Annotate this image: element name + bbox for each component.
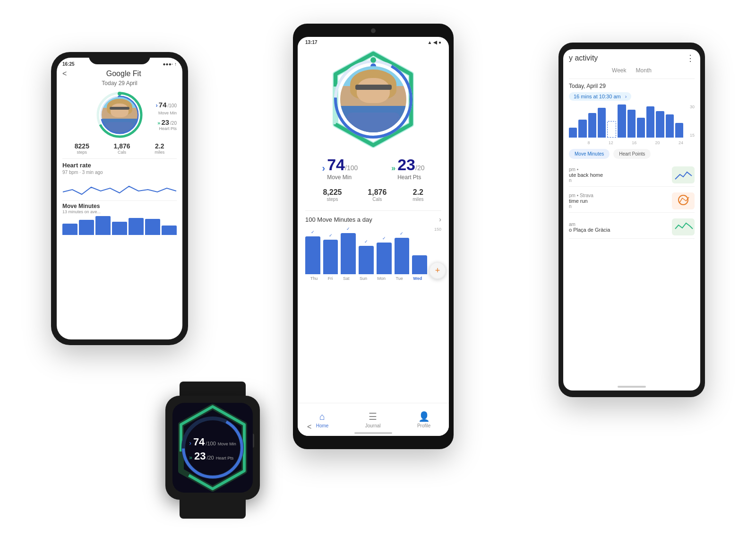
left-avatar-image — [102, 97, 137, 133]
right-x-8: 8 — [587, 140, 590, 145]
center-fab-plus: + — [435, 266, 440, 276]
right-header: y activity ⋮ — [569, 53, 695, 63]
center-move-arrow: › — [322, 163, 326, 174]
center-time: 13:17 — [305, 40, 318, 45]
left-move-goal: /100 — [168, 103, 177, 108]
left-steps-label: steps — [75, 150, 89, 155]
watch-heart-denom: /20 — [206, 455, 214, 460]
left-ring-container — [96, 91, 143, 139]
left-heart-rate-section: Heart rate 97 bpm · 3 min ago — [62, 158, 177, 200]
right-time-badge-text: 16 mins at 10:30 am — [574, 94, 621, 99]
left-steps-value: 8225 — [75, 142, 89, 150]
center-back-button[interactable]: < — [307, 423, 311, 431]
center-nav-home[interactable]: ⌂ Home — [316, 411, 329, 428]
watch-stat-heart: » 23 /20 Heart Pts — [189, 450, 236, 462]
left-miles-value: 2.2 — [155, 142, 164, 150]
center-heart-label: Heart Pts — [397, 174, 424, 181]
center-nav-journal-label: Journal — [365, 423, 381, 428]
center-bar-fri — [323, 240, 338, 274]
right-filter-move[interactable]: Move Minutes — [569, 149, 610, 159]
center-nav-profile[interactable]: 👤 Profile — [417, 411, 430, 428]
left-avatar-section: › 74 /100 Move Min » 23 /20 Heart Pts — [62, 91, 177, 139]
center-label-wed: Wed — [413, 276, 422, 281]
left-stats-row: 8225 steps 1,876 Cals 2.2 miles — [62, 142, 177, 155]
right-filter-heart[interactable]: Heart Points — [613, 149, 651, 159]
right-map-1-svg — [673, 167, 694, 182]
center-label-fri: Fri — [328, 276, 333, 281]
back-arrow-icon[interactable]: < — [62, 69, 67, 78]
right-activity-3: am o Plaça de Gràcia — [569, 216, 695, 239]
left-heart-arrow: » — [157, 120, 160, 126]
left-heart-rate-detail: 97 bpm · 3 min ago — [62, 170, 177, 175]
center-heart-goal: /20 — [415, 164, 424, 172]
left-bar-4 — [112, 222, 127, 235]
right-act-2-map — [672, 192, 695, 209]
center-bar-sun — [359, 246, 374, 274]
center-nav-home-label: Home — [316, 423, 329, 428]
left-date: Today 29 April — [62, 80, 177, 87]
center-chart-arrow: › — [439, 216, 441, 223]
watch-strap-bottom — [180, 500, 246, 519]
center-label-tue: Tue — [396, 276, 403, 281]
right-bar-4 — [598, 108, 606, 138]
left-cals-value: 1,876 — [114, 142, 130, 150]
center-avatar-section — [324, 50, 423, 149]
left-miles-label: miles — [155, 150, 164, 155]
right-bar-chart — [569, 104, 695, 138]
right-bar-8 — [637, 118, 645, 138]
right-title: y activity — [569, 54, 598, 62]
right-bar-6 — [618, 104, 626, 138]
center-phone-content: 13:17 ▲ ◀ ● — [298, 37, 449, 436]
left-heart-val: 23 — [161, 118, 169, 126]
center-nav-journal[interactable]: ☰ Journal — [365, 411, 381, 428]
left-ring-stats: › 74 /100 Move Min » 23 /20 Heart Pts — [156, 101, 177, 131]
left-move-val: 74 — [159, 101, 167, 109]
right-more-icon[interactable]: ⋮ — [686, 53, 695, 63]
right-bar-12 — [675, 123, 683, 138]
center-label-thu: Thu — [310, 276, 318, 281]
left-move-arrow: › — [156, 102, 158, 109]
center-move-goal: /100 — [345, 164, 358, 172]
left-move-minutes-title: Move Minutes — [62, 203, 177, 209]
center-miles-value: 2.2 — [412, 188, 423, 197]
left-bar-7 — [162, 226, 177, 235]
center-steps-value: 8,225 — [323, 188, 342, 197]
center-miles-label: miles — [412, 197, 423, 202]
right-tab-month[interactable]: Month — [636, 67, 652, 76]
left-bar-3 — [95, 216, 111, 235]
right-act-1-time: pm • — [569, 167, 668, 172]
left-header: < Google Fit — [62, 69, 177, 78]
left-cals-label: Cals — [114, 150, 130, 155]
center-heart-stat: » 23 /20 Heart Pts — [391, 156, 424, 181]
right-bar-2 — [578, 120, 586, 138]
center-chart-section: 100 Move Minutes a day › — [305, 210, 441, 223]
watch-case: › 74 /100 Move Min » 23 /20 Heart Pts — [165, 396, 260, 500]
left-stat-cals: 1,876 Cals — [114, 142, 130, 155]
right-y-axis: 30 15 — [690, 104, 695, 138]
left-stat-miles: 2.2 miles — [155, 142, 164, 155]
right-activity-3-info: am o Plaça de Gràcia — [569, 222, 668, 233]
right-bar-1 — [569, 128, 577, 138]
right-bar-10 — [656, 111, 664, 138]
left-time: 16:25 — [62, 61, 75, 67]
left-bar-6 — [145, 219, 160, 235]
right-activity-2-info: pm • Strava time run n — [569, 193, 668, 209]
left-move-minutes-detail: 13 minutes on ave... — [62, 209, 177, 214]
center-steps-label: steps — [323, 197, 342, 202]
right-activity-1: pm • ute back home n — [569, 164, 695, 187]
right-date: Today, April 29 — [569, 83, 695, 89]
left-bar-chart — [62, 216, 177, 235]
watch-move-val: 74 — [193, 436, 205, 448]
right-badge-arrow: › — [625, 94, 627, 99]
watch-heart-arrow: » — [189, 454, 192, 461]
right-bar-9 — [646, 106, 654, 138]
center-bar-chart: + — [305, 227, 441, 274]
right-tab-week[interactable]: Week — [612, 67, 626, 76]
center-avatar-image — [340, 66, 406, 132]
center-chart-labels: Thu Fri Sat Sun Mon Tue Wed — [305, 276, 441, 281]
svg-point-10 — [370, 57, 376, 63]
center-cals-label: Cals — [368, 197, 387, 202]
center-fab-button[interactable]: + — [429, 262, 446, 279]
right-bar-5 — [607, 121, 616, 138]
left-heart-goal: /20 — [170, 121, 177, 126]
